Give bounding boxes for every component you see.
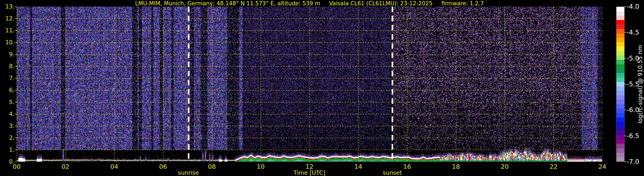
y-tick-label: 9.: [1, 51, 14, 58]
colorbar-segment: [616, 55, 624, 60]
colorbar-segment: [616, 64, 624, 69]
y-tick-mark: [15, 78, 17, 79]
colorbar-segment: [616, 78, 624, 82]
colorbar-tick-mark: [624, 32, 626, 33]
colorbar-segment: [616, 47, 624, 51]
y-tick-label: 13.: [1, 3, 14, 10]
title-instrument: Vaisala CL61 (CL61LMU): 23-12-2025: [329, 0, 432, 6]
y-tick-mark: [15, 90, 17, 90]
x-tick-label: 20: [495, 163, 514, 170]
y-tick-label: 1.: [1, 146, 14, 153]
y-tick-mark: [15, 30, 17, 31]
x-axis-label: Time [UTC]: [282, 170, 337, 176]
x-tick-label: 04: [105, 163, 124, 170]
colorbar-segment: [616, 126, 624, 131]
colorbar-segment: [616, 42, 624, 47]
y-tick-mark: [15, 162, 17, 162]
y-tick-mark: [15, 114, 17, 114]
colorbar-segment: [616, 33, 624, 38]
x-tick-label: 10: [251, 163, 270, 170]
colorbar-segment: [616, 113, 624, 117]
x-tick-label: 22: [544, 163, 563, 170]
y-tick-label: 12.: [1, 15, 14, 22]
x-tick-label: 16: [398, 163, 417, 170]
colorbar-segment: [616, 148, 624, 153]
y-tick-label: 7.: [1, 75, 14, 82]
y-tick-label: 4.: [1, 111, 14, 117]
y-tick-mark: [15, 150, 17, 150]
colorbar-tick-mark: [624, 58, 626, 59]
colorbar-segment: [616, 73, 624, 78]
colorbar-segment: [616, 38, 624, 42]
colorbar-tick-mark: [624, 162, 626, 162]
colorbar-segment: [616, 153, 624, 157]
y-tick-mark: [15, 6, 17, 7]
colorbar-segment: [616, 135, 624, 140]
x-tick-label: 18: [446, 163, 466, 170]
colorbar-segment: [616, 16, 624, 20]
colorbar-label: log(rc-signal) @ 910.55 nm: [637, 5, 643, 164]
colorbar-segment: [616, 11, 624, 16]
colorbar-segment: [616, 117, 624, 122]
colorbar-segment: [616, 87, 624, 91]
colorbar-segment: [616, 29, 624, 33]
plot-title: LMU-MIM, Munich, Germany; 48.148° N 11.5…: [17, 0, 602, 6]
colorbar-segment: [616, 95, 624, 100]
y-tick-mark: [15, 42, 17, 43]
title-firmware: firmware: 1.2.7: [442, 0, 484, 6]
x-tick-label: 24: [593, 163, 612, 170]
title-station: LMU-MIM, Munich, Germany; 48.148° N 11.5…: [135, 0, 320, 6]
y-tick-mark: [15, 18, 17, 19]
colorbar-segment: [616, 24, 624, 29]
colorbar-tick-mark: [624, 110, 626, 110]
x-tick-label: 12: [300, 163, 319, 170]
y-tick-label: 10.: [1, 39, 14, 46]
colorbar-segment: [616, 122, 624, 126]
x-tick-label: 00: [7, 163, 26, 170]
plot-canvas: [17, 6, 602, 162]
y-tick-label: 2.: [1, 134, 14, 141]
y-tick-mark: [15, 102, 17, 102]
colorbar-segment: [616, 157, 624, 162]
colorbar-segment: [616, 69, 624, 73]
colorbar-tick-mark: [624, 136, 626, 136]
colorbar-segment: [616, 131, 624, 135]
y-tick-mark: [15, 66, 17, 67]
x-tick-label: 08: [202, 163, 222, 170]
colorbar-segment: [616, 108, 624, 113]
y-tick-mark: [15, 138, 17, 138]
sunset-label: sunset: [364, 170, 420, 176]
colorbar-segment: [616, 100, 624, 104]
colorbar-segment: [616, 51, 624, 56]
colorbar-segment: [616, 91, 624, 95]
colorbar-segment: [616, 144, 624, 148]
sunrise-label: sunrise: [161, 170, 216, 176]
colorbar-segment: [616, 140, 624, 144]
colorbar-segment: [616, 20, 624, 24]
colorbar-tick-mark: [624, 84, 626, 84]
x-tick-label: 14: [349, 163, 368, 170]
x-tick-label: 06: [154, 163, 173, 170]
colorbar-segment: [616, 7, 624, 11]
colorbar: [616, 6, 624, 162]
y-tick-label: 6.: [1, 87, 14, 93]
y-tick-label: 11.: [1, 27, 14, 34]
x-tick-label: 02: [56, 163, 75, 170]
y-tick-mark: [15, 54, 17, 55]
colorbar-tick-mark: [624, 6, 626, 7]
ceilometer-quicklook: LMU-MIM, Munich, Germany; 48.148° N 11.5…: [0, 0, 644, 176]
colorbar-segment: [616, 60, 624, 64]
y-tick-label: 3.: [1, 122, 14, 129]
y-tick-label: 5.: [1, 99, 14, 105]
colorbar-segment: [616, 104, 624, 109]
y-tick-label: 8.: [1, 63, 14, 70]
colorbar-segment: [616, 82, 624, 87]
y-tick-mark: [15, 126, 17, 126]
